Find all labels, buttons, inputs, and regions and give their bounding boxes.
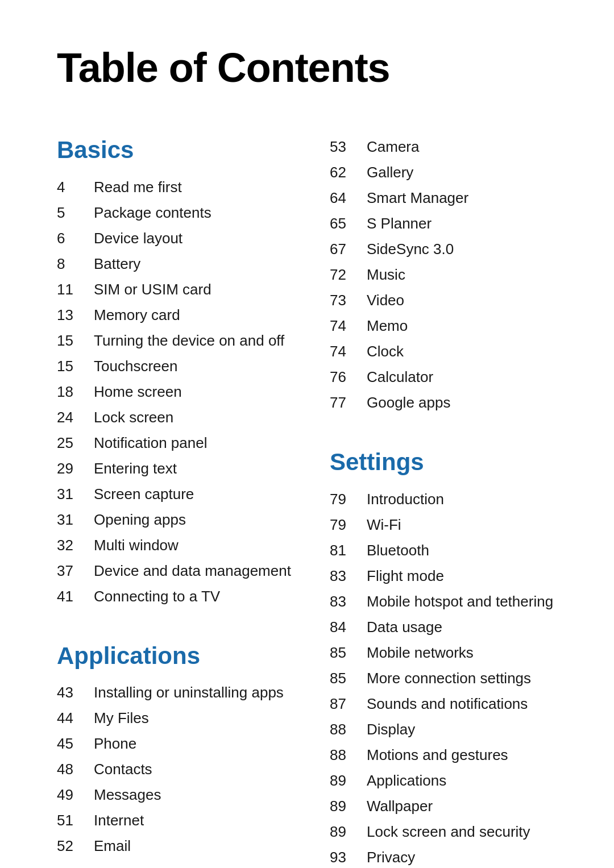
applications-right-list: 53Camera62Gallery64Smart Manager65S Plan… [330, 136, 557, 414]
list-item: 85More connection settings [330, 667, 557, 690]
toc-page-number: 52 [57, 835, 94, 857]
toc-item-label: Gallery [367, 161, 413, 184]
toc-page-number: 51 [57, 809, 94, 832]
toc-page-number: 15 [57, 355, 94, 377]
toc-item-label: Music [367, 264, 405, 286]
page-title: Table of Contents [57, 45, 557, 90]
list-item: 88Display [330, 719, 557, 741]
toc-item-label: SIM or USIM card [94, 279, 211, 301]
toc-page-number: 25 [57, 432, 94, 454]
toc-item-label: Contacts [94, 758, 152, 780]
toc-page-number: 15 [57, 330, 94, 352]
list-item: 24Lock screen [57, 406, 296, 429]
toc-item-label: Mobile networks [367, 642, 474, 664]
list-item: 41Connecting to a TV [57, 585, 296, 608]
toc-item-label: Connecting to a TV [94, 585, 220, 608]
list-item: 62Gallery [330, 161, 557, 184]
settings-heading: Settings [330, 448, 557, 476]
list-item: 32Multi window [57, 534, 296, 556]
list-item: 72Music [330, 264, 557, 286]
toc-item-label: Wi-Fi [367, 514, 401, 536]
toc-item-label: Flight mode [367, 565, 444, 587]
toc-page-number: 84 [330, 616, 367, 638]
list-item: 76Calculator [330, 366, 557, 388]
toc-page-number: 85 [330, 667, 367, 690]
toc-page-number: 67 [330, 238, 367, 260]
toc-page-number: 79 [330, 514, 367, 536]
list-item: 77Google apps [330, 392, 557, 414]
toc-page-number: 87 [330, 693, 367, 715]
toc-page-number: 93 [330, 846, 367, 868]
list-item: 83Mobile hotspot and tethering [330, 591, 557, 613]
toc-item-label: S Planner [367, 213, 432, 235]
toc-item-label: Motions and gestures [367, 744, 508, 766]
toc-item-label: More connection settings [367, 667, 531, 690]
applications-list: 43Installing or uninstalling apps44My Fi… [57, 682, 296, 857]
toc-item-label: Data usage [367, 616, 442, 638]
toc-item-label: Internet [94, 809, 144, 832]
section-applications-right: 53Camera62Gallery64Smart Manager65S Plan… [330, 136, 557, 414]
toc-page-number: 88 [330, 744, 367, 766]
toc-page-number: 76 [330, 366, 367, 388]
toc-page-number: 29 [57, 458, 94, 480]
toc-item-label: Notification panel [94, 432, 207, 454]
toc-page-number: 89 [330, 770, 367, 792]
toc-item-label: Video [367, 289, 404, 312]
toc-page-number: 49 [57, 784, 94, 806]
toc-page-number: 41 [57, 585, 94, 608]
list-item: 15Turning the device on and off [57, 330, 296, 352]
toc-item-label: Memo [367, 315, 408, 337]
toc-page-number: 11 [57, 279, 94, 301]
toc-item-label: Google apps [367, 392, 450, 414]
list-item: 87Sounds and notifications [330, 693, 557, 715]
list-item: 93Privacy [330, 846, 557, 868]
toc-item-label: SideSync 3.0 [367, 238, 454, 260]
toc-page-number: 8 [57, 253, 94, 275]
toc-page-number: 73 [330, 289, 367, 312]
section-settings: Settings 79Introduction79Wi-Fi81Bluetoot… [330, 448, 557, 868]
list-item: 51Internet [57, 809, 296, 832]
toc-page-number: 88 [330, 719, 367, 741]
list-item: 31Screen capture [57, 483, 296, 505]
list-item: 48Contacts [57, 758, 296, 780]
toc-item-label: Camera [367, 136, 419, 158]
toc-item-label: Messages [94, 784, 161, 806]
list-item: 79Introduction [330, 488, 557, 510]
applications-heading: Applications [57, 642, 296, 670]
list-item: 88Motions and gestures [330, 744, 557, 766]
toc-page-number: 89 [330, 795, 367, 817]
toc-item-label: Memory card [94, 304, 180, 326]
toc-page-number: 72 [330, 264, 367, 286]
toc-page-number: 45 [57, 733, 94, 755]
toc-page-number: 32 [57, 534, 94, 556]
toc-page-number: 83 [330, 591, 367, 613]
toc-item-label: Applications [367, 770, 446, 792]
toc-page-number: 4 [57, 176, 94, 198]
toc-item-label: Turning the device on and off [94, 330, 284, 352]
toc-page-number: 65 [330, 213, 367, 235]
list-item: 6Device layout [57, 227, 296, 250]
toc-item-label: Opening apps [94, 509, 186, 531]
toc-item-label: Touchscreen [94, 355, 177, 377]
list-item: 52Email [57, 835, 296, 857]
list-item: 37Device and data management [57, 560, 296, 582]
toc-item-label: Bluetooth [367, 539, 429, 562]
list-item: 65S Planner [330, 213, 557, 235]
toc-page-number: 5 [57, 202, 94, 224]
toc-item-label: My Files [94, 707, 149, 729]
list-item: 89Lock screen and security [330, 821, 557, 843]
toc-page-number: 13 [57, 304, 94, 326]
basics-heading: Basics [57, 136, 296, 164]
list-item: 18Home screen [57, 381, 296, 403]
list-item: 83Flight mode [330, 565, 557, 587]
toc-item-label: Privacy [367, 846, 415, 868]
toc-page-number: 18 [57, 381, 94, 403]
toc-page-number: 53 [330, 136, 367, 158]
toc-item-label: Package contents [94, 202, 211, 224]
toc-item-label: Entering text [94, 458, 177, 480]
toc-item-label: Email [94, 835, 131, 857]
list-item: 84Data usage [330, 616, 557, 638]
section-applications: Applications 43Installing or uninstallin… [57, 642, 296, 857]
toc-page-number: 37 [57, 560, 94, 582]
list-item: 64Smart Manager [330, 187, 557, 209]
